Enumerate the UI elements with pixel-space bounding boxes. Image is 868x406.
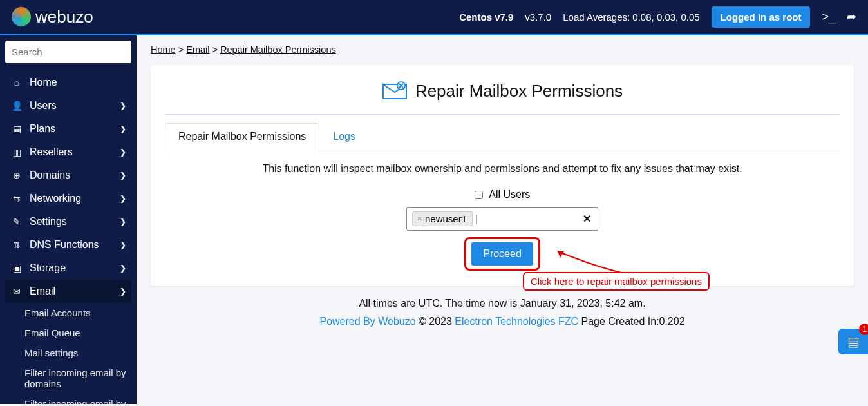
breadcrumb: Home > Email > Repair Mailbox Permission… bbox=[137, 35, 868, 61]
chevron-right-icon: ❯ bbox=[120, 124, 126, 133]
news-count-badge: 1 bbox=[859, 324, 868, 335]
sidebar-item-domains[interactable]: ⊕Domains❯ bbox=[5, 164, 131, 187]
brand-text: webuzo bbox=[35, 7, 93, 27]
company-link[interactable]: Electron Technologies FZC bbox=[455, 316, 578, 327]
nav-icon: 👤 bbox=[10, 101, 23, 111]
sidebar-item-plans[interactable]: ▤Plans❯ bbox=[5, 117, 131, 140]
sidebar-item-networking[interactable]: ⇆Networking❯ bbox=[5, 187, 131, 210]
footer-time: All times are UTC. The time now is Janua… bbox=[137, 298, 868, 309]
terminal-icon[interactable]: >_ bbox=[822, 10, 835, 24]
breadcrumb-home[interactable]: Home bbox=[151, 44, 176, 55]
load-average-label: Load Averages: 0.08, 0.03, 0.05 bbox=[563, 12, 699, 23]
sidebar: ⌂Home👤Users❯▤Plans❯▥Resellers❯⊕Domains❯⇆… bbox=[0, 35, 137, 404]
description-text: This function will inspect mailbox owner… bbox=[165, 163, 840, 175]
user-select-input[interactable]: ✕ newuser1 | ✕ bbox=[406, 207, 598, 231]
powered-by-link[interactable]: Powered By Webuzo bbox=[319, 316, 415, 327]
all-users-row: All Users bbox=[165, 189, 840, 200]
nav-label: Users bbox=[30, 100, 57, 111]
page-title-row: Repair Mailbox Permissions bbox=[165, 77, 840, 115]
tab-repair[interactable]: Repair Mailbox Permissions bbox=[165, 123, 319, 150]
sidebar-sub-email-queue[interactable]: Email Queue bbox=[5, 323, 131, 343]
breadcrumb-page[interactable]: Repair Mailbox Permissions bbox=[220, 44, 336, 55]
page-title: Repair Mailbox Permissions bbox=[415, 81, 623, 101]
remove-tag-icon[interactable]: ✕ bbox=[417, 215, 422, 223]
main-card: Repair Mailbox Permissions Repair Mailbo… bbox=[151, 65, 854, 286]
chevron-right-icon: ❯ bbox=[120, 287, 126, 296]
sidebar-item-storage[interactable]: ▣Storage❯ bbox=[5, 256, 131, 280]
nav-icon: ⊕ bbox=[10, 170, 23, 180]
sidebar-item-resellers[interactable]: ▥Resellers❯ bbox=[5, 140, 131, 164]
sidebar-item-dns-functions[interactable]: ⇅DNS Functions❯ bbox=[5, 233, 131, 256]
news-widget[interactable]: ▤ 1 bbox=[838, 329, 868, 354]
selected-user-label: newuser1 bbox=[425, 213, 467, 224]
nav-icon: ✉ bbox=[10, 286, 23, 296]
proceed-section: Proceed Click here to repair mailbox per… bbox=[165, 237, 840, 271]
breadcrumb-email[interactable]: Email bbox=[186, 44, 209, 55]
nav-icon: ✎ bbox=[10, 217, 23, 227]
chevron-right-icon: ❯ bbox=[120, 101, 126, 110]
proceed-highlight-box: Proceed bbox=[464, 237, 540, 271]
nav-icon: ⌂ bbox=[10, 77, 23, 88]
nav-icon: ▤ bbox=[10, 124, 23, 134]
nav-label: Settings bbox=[30, 216, 67, 227]
all-users-checkbox[interactable] bbox=[475, 191, 483, 199]
top-right-cluster: Centos v7.9 v3.7.0 Load Averages: 0.08, … bbox=[459, 6, 856, 28]
nav-label: Home bbox=[30, 77, 57, 88]
search-input[interactable] bbox=[5, 41, 131, 63]
version-label: v3.7.0 bbox=[525, 12, 551, 23]
nav-icon: ▣ bbox=[10, 263, 23, 273]
top-bar: webuzo Centos v7.9 v3.7.0 Load Averages:… bbox=[0, 0, 868, 35]
chevron-right-icon: ❯ bbox=[120, 194, 126, 203]
os-label: Centos v7.9 bbox=[459, 12, 513, 23]
sidebar-item-settings[interactable]: ✎Settings❯ bbox=[5, 210, 131, 233]
main-content: Home > Email > Repair Mailbox Permission… bbox=[137, 35, 868, 404]
proceed-button[interactable]: Proceed bbox=[471, 242, 533, 266]
tabs: Repair Mailbox Permissions Logs bbox=[165, 123, 840, 150]
logo-swirl-icon bbox=[12, 7, 31, 26]
logout-icon[interactable]: ➦ bbox=[847, 10, 856, 24]
nav-label: Networking bbox=[30, 193, 81, 204]
chevron-right-icon: ❯ bbox=[120, 264, 126, 273]
chevron-right-icon: ❯ bbox=[120, 148, 126, 157]
clear-selection-icon[interactable]: ✕ bbox=[583, 213, 591, 225]
nav-icon: ▥ bbox=[10, 147, 23, 157]
news-icon: ▤ bbox=[847, 334, 860, 349]
mailbox-repair-icon bbox=[382, 79, 408, 102]
sidebar-sub-filter-incoming-email-by[interactable]: Filter incoming email by bbox=[5, 394, 131, 404]
annotation-callout: Click here to repair mailbox permissions bbox=[523, 272, 710, 291]
sidebar-item-users[interactable]: 👤Users❯ bbox=[5, 94, 131, 117]
selected-user-tag: ✕ newuser1 bbox=[412, 211, 473, 226]
nav-label: Plans bbox=[30, 123, 55, 135]
nav-label: Email bbox=[30, 285, 55, 297]
chevron-right-icon: ❯ bbox=[120, 240, 126, 249]
nav-label: Storage bbox=[30, 262, 66, 274]
sidebar-sub-mail-settings[interactable]: Mail settings bbox=[5, 343, 131, 363]
nav-label: Domains bbox=[30, 169, 70, 181]
nav-label: Resellers bbox=[30, 146, 73, 158]
sidebar-item-home[interactable]: ⌂Home bbox=[5, 71, 131, 94]
nav-icon: ⇆ bbox=[10, 193, 23, 204]
nav-label: DNS Functions bbox=[30, 239, 99, 251]
tab-logs[interactable]: Logs bbox=[319, 123, 369, 150]
all-users-label: All Users bbox=[489, 189, 530, 200]
login-badge[interactable]: Logged in as root bbox=[712, 6, 811, 28]
chevron-right-icon: ❯ bbox=[120, 171, 126, 180]
chevron-right-icon: ❯ bbox=[120, 217, 126, 226]
nav-icon: ⇅ bbox=[10, 240, 23, 250]
brand-logo[interactable]: webuzo bbox=[12, 7, 93, 27]
sidebar-item-email[interactable]: ✉Email❯ bbox=[5, 280, 131, 303]
footer-credits: Powered By Webuzo © 2023 Electron Techno… bbox=[137, 316, 868, 327]
sidebar-sub-filter-incoming-email-by-domains[interactable]: Filter incoming email by domains bbox=[5, 363, 131, 394]
sidebar-sub-email-accounts[interactable]: Email Accounts bbox=[5, 303, 131, 323]
input-cursor: | bbox=[475, 213, 478, 225]
